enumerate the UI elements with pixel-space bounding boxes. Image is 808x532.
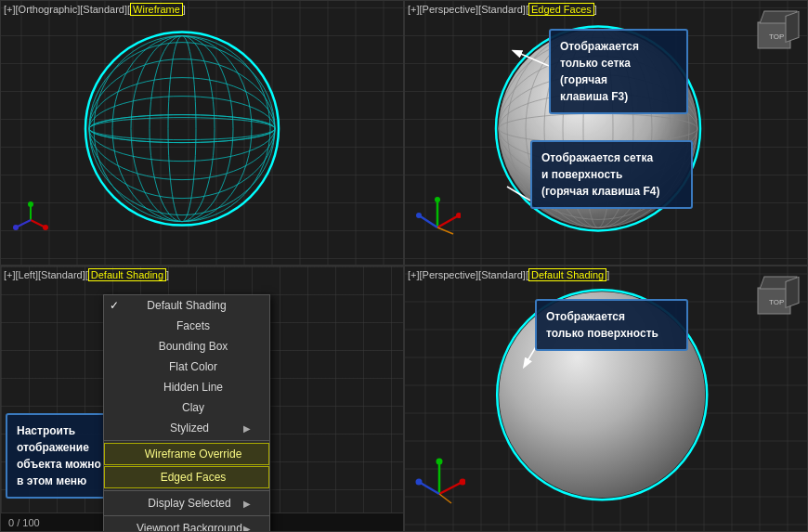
svg-rect-43 <box>786 11 799 42</box>
menu-label-clay: Clay <box>182 401 204 414</box>
svg-point-23 <box>499 29 697 227</box>
svg-line-52 <box>439 482 463 494</box>
viewport-label-tl: [+][Orthographic][Standard][Wireframe] <box>4 4 186 15</box>
menu-item-display-selected[interactable]: Display Selected ▶ <box>104 493 269 513</box>
svg-point-13 <box>94 36 270 222</box>
gizmo-br <box>414 457 465 508</box>
gizmo-tl <box>10 200 52 241</box>
menu-item-wireframe-override[interactable]: Wireframe Override <box>104 443 269 465</box>
menu-label-default-shading: Default Shading <box>147 299 226 312</box>
menu-item-flat-color[interactable]: Flat Color <box>104 357 269 377</box>
svg-point-38 <box>435 197 440 202</box>
mode-label-br: Default Shading <box>528 268 606 281</box>
viewport-label-bl: [+][Left][Standard][Default Shading] <box>4 269 169 280</box>
menu-label-stylized: Stylized <box>170 422 209 435</box>
nav-cube-br[interactable]: TOP <box>749 274 800 325</box>
menu-item-clay[interactable]: Clay <box>104 397 269 418</box>
gizmo-tr <box>414 195 461 241</box>
menu-label-viewport-background: Viewport Background <box>137 522 242 532</box>
svg-line-53 <box>419 482 439 494</box>
viewport-label-tr: [+][Perspective][Standard][Edged Faces] <box>408 4 597 15</box>
svg-point-50 <box>499 292 705 498</box>
main-container: [+][Orthographic][Standard][Wireframe] <box>0 0 808 532</box>
separator-1 <box>104 440 269 441</box>
arrow-icon-stylized: ▶ <box>243 423 251 434</box>
viewport-bottom-left[interactable]: [+][Left][Standard][Default Shading] Нас… <box>0 266 404 532</box>
viewport-bottom-right[interactable]: [+][Perspective][Standard][Default Shadi… <box>404 266 808 532</box>
menu-label-bounding-box: Bounding Box <box>159 340 228 353</box>
frame-count-label: 0 / 100 <box>8 517 40 528</box>
svg-line-37 <box>437 227 453 234</box>
svg-rect-60 <box>786 277 799 307</box>
viewport-top-left[interactable]: [+][Orthographic][Standard][Wireframe] <box>0 0 404 266</box>
context-menu[interactable]: ✓ Default Shading Facets Bounding Box Fl… <box>103 294 270 532</box>
svg-point-11 <box>131 36 233 222</box>
solid-sphere-br <box>490 283 713 506</box>
menu-label-display-selected: Display Selected <box>148 497 230 510</box>
svg-point-10 <box>150 36 215 222</box>
svg-point-40 <box>416 213 422 218</box>
menu-item-stylized[interactable]: Stylized ▶ <box>104 418 269 438</box>
menu-label-hidden-line: Hidden Line <box>163 381 223 394</box>
viewport-label-br: [+][Perspective][Standard][Default Shadi… <box>408 269 609 280</box>
checkmark-icon: ✓ <box>110 299 119 312</box>
arrow-icon-viewport-bg: ▶ <box>243 524 251 533</box>
menu-label-edged-faces: Edged Faces <box>161 471 227 484</box>
arrow-icon-display-selected: ▶ <box>243 499 251 509</box>
svg-point-55 <box>437 459 443 465</box>
mode-label-bl: Default Shading <box>88 268 166 281</box>
svg-point-7 <box>89 43 275 215</box>
svg-point-9 <box>168 36 196 222</box>
menu-item-facets[interactable]: Facets <box>104 316 269 336</box>
svg-point-6 <box>89 59 275 199</box>
menu-item-default-shading[interactable]: ✓ Default Shading <box>104 295 269 316</box>
menu-item-bounding-box[interactable]: Bounding Box <box>104 336 269 357</box>
svg-point-5 <box>89 78 275 180</box>
svg-point-19 <box>43 225 48 230</box>
svg-point-18 <box>28 201 33 207</box>
mode-label-tr: Edged Faces <box>528 3 594 16</box>
svg-text:TOP: TOP <box>769 298 784 306</box>
svg-text:TOP: TOP <box>769 32 784 41</box>
edged-sphere-tr <box>491 21 705 235</box>
svg-point-57 <box>416 479 423 486</box>
nav-cube-tr[interactable]: TOP <box>749 8 800 59</box>
svg-point-14 <box>89 118 275 140</box>
separator-3 <box>104 515 269 516</box>
menu-item-viewport-background[interactable]: Viewport Background ▶ <box>104 518 269 532</box>
callout-menu: Настроить отображение объекта можно в эт… <box>6 413 117 499</box>
menu-label-facets: Facets <box>176 319 210 332</box>
svg-line-36 <box>419 215 437 227</box>
svg-point-2 <box>89 36 275 222</box>
viewport-top-right[interactable]: [+][Perspective][Standard][Edged Faces] <box>404 0 808 266</box>
svg-line-35 <box>437 215 459 227</box>
menu-item-hidden-line[interactable]: Hidden Line <box>104 377 269 397</box>
svg-point-12 <box>112 36 252 222</box>
svg-point-20 <box>13 225 19 230</box>
mode-label-tl: Wireframe <box>130 3 183 16</box>
svg-point-8 <box>89 115 275 143</box>
separator-2 <box>104 490 269 491</box>
svg-point-0 <box>87 34 277 224</box>
menu-label-flat-color: Flat Color <box>169 360 217 373</box>
menu-label-wireframe-override: Wireframe Override <box>145 448 242 461</box>
svg-point-1 <box>85 32 279 226</box>
menu-item-edged-faces[interactable]: Edged Faces <box>104 466 269 488</box>
wireframe-sphere-tl <box>80 27 284 231</box>
svg-point-4 <box>89 97 275 162</box>
svg-line-54 <box>439 494 451 503</box>
